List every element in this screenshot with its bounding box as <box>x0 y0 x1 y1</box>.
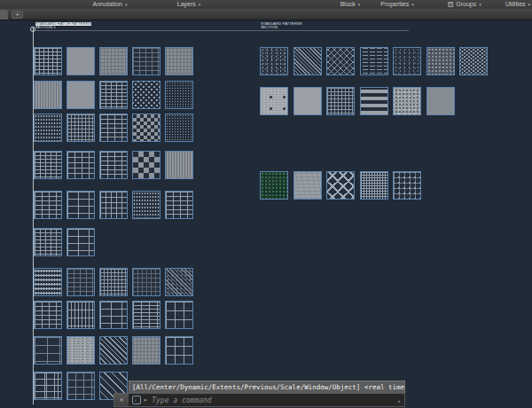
hatch-swatch-speckle-gray[interactable] <box>426 47 455 75</box>
hatch-swatch-diag-fine-dense[interactable] <box>293 47 322 75</box>
hatch-swatch-brick-dark[interactable] <box>66 268 95 296</box>
close-icon[interactable]: ✕ <box>114 394 129 406</box>
hatch-swatch-zigzag[interactable] <box>326 171 355 200</box>
right-title-line2: SECTION <box>261 26 302 29</box>
hatch-swatch-grid-fine[interactable] <box>326 87 355 115</box>
hatch-swatch-solid-gray[interactable] <box>66 47 95 75</box>
hatch-swatch-dashes-h[interactable] <box>360 47 388 75</box>
hatch-swatch-grid-brick[interactable] <box>99 191 128 219</box>
hatch-swatch-noise-gray[interactable] <box>66 336 95 365</box>
hatch-swatch-granite-light[interactable] <box>393 87 421 115</box>
ribbon-panel-label: Layers <box>177 0 196 9</box>
hatch-swatch-honeycomb[interactable] <box>459 47 488 75</box>
hatch-swatch-smooth-gray[interactable] <box>426 87 455 115</box>
hatch-swatch-solid-light[interactable] <box>293 87 322 115</box>
hatch-swatch-dots-checker[interactable] <box>132 81 160 109</box>
left-title-line2: SECTION 1 <box>35 26 91 29</box>
hatch-swatch-stone[interactable] <box>34 372 62 400</box>
ribbon-panel-annotation[interactable]: Annotation ▾ <box>93 0 128 9</box>
ribbon-panel-properties[interactable]: Properties ▾ <box>380 0 413 9</box>
hatch-swatch-brick-small[interactable] <box>165 191 193 219</box>
hatch-swatch-plaster-dots[interactable] <box>260 87 288 115</box>
chevron-down-icon: ▾ <box>411 0 414 9</box>
hatch-swatch-grid-big[interactable] <box>165 301 193 329</box>
hatch-swatch-grid-dense[interactable] <box>360 171 388 200</box>
hatch-swatch-grid-blocks[interactable] <box>66 151 95 179</box>
file-tab-bar: + <box>0 9 532 20</box>
hatch-swatch-brick-big[interactable] <box>66 228 95 256</box>
command-input[interactable] <box>150 394 394 406</box>
ribbon-panel-groups[interactable]: Groups ▾ <box>448 0 481 9</box>
hatch-swatch-grid-big[interactable] <box>165 336 193 365</box>
hatch-swatch-grid-blocks-dark[interactable] <box>66 372 95 400</box>
ribbon-panel-utilities[interactable]: Utilities ▾ <box>505 0 530 9</box>
right-drawing-title: STANDARD PATTERNS SECTION <box>261 22 302 29</box>
hatch-swatch-grid-dark[interactable] <box>132 268 160 296</box>
hatch-swatch-waves-gray[interactable] <box>293 171 322 200</box>
recent-commands-icon[interactable]: ▴ <box>394 394 404 406</box>
chevron-down-icon: ▾ <box>199 0 201 9</box>
hatch-swatch-brick-dark[interactable] <box>132 47 160 75</box>
ribbon-panel-label: Utilities <box>505 0 526 9</box>
hatch-swatch-grid-fine[interactable] <box>99 268 128 296</box>
hatch-swatch-grid-fine[interactable] <box>66 114 95 142</box>
hatch-swatch-dots-rows[interactable] <box>34 268 62 296</box>
hatch-swatch-brick-small[interactable] <box>99 114 128 142</box>
hatch-swatch-brick-small[interactable] <box>99 151 128 179</box>
hatch-swatch-blocks-big[interactable] <box>132 151 160 179</box>
hatch-swatch-speckle-diag[interactable] <box>165 268 193 296</box>
hatch-swatch-brick-small[interactable] <box>34 301 62 329</box>
hatch-swatch-dots-fine[interactable] <box>165 114 193 142</box>
hatch-swatch-solid-gray[interactable] <box>66 81 95 109</box>
ribbon-panel-label: Block <box>340 0 356 9</box>
hatch-swatch-stripes-thick[interactable] <box>360 87 388 115</box>
left-drawing-title: STANDARD HATCH PATTERNS SECTION 1 <box>35 22 91 29</box>
hatch-swatch-brick-big[interactable] <box>66 191 95 219</box>
application-window: Annotation ▾ Layers ▾ Block ▾ Properties… <box>0 0 532 408</box>
hatch-swatch-brick-small[interactable] <box>34 191 62 219</box>
hatch-swatch-brick-big[interactable] <box>99 301 128 329</box>
hatch-swatch-dots-fine[interactable] <box>165 81 193 109</box>
commandline-icon: ›_ <box>132 396 141 404</box>
hatch-swatch-grid-fine-light[interactable] <box>99 47 128 75</box>
chevron-down-icon: ▾ <box>528 0 531 9</box>
command-input-row: ✕ ›_ ▸ ▴ <box>113 393 405 407</box>
drawing-tab[interactable] <box>0 10 8 20</box>
ribbon-panel-label: Properties <box>380 0 409 9</box>
hatch-swatch-brick-dense[interactable] <box>34 47 62 75</box>
chevron-down-icon: ▾ <box>125 0 128 9</box>
hatch-swatch-speckle-darker[interactable] <box>393 47 421 75</box>
hatch-swatch-blocks-checker[interactable] <box>132 114 160 142</box>
hatch-swatch-grid-fine-light[interactable] <box>132 336 160 365</box>
hatch-swatch-speckle-dark[interactable] <box>260 47 288 75</box>
hatch-swatch-brick-big-dark[interactable] <box>34 336 62 365</box>
hatch-swatch-speckle-green[interactable] <box>260 171 288 200</box>
groups-icon <box>448 2 453 7</box>
chevron-down-icon: ▾ <box>358 0 361 9</box>
hatch-swatch-vlines-light[interactable] <box>165 151 193 179</box>
hatch-swatch-brick-fine[interactable] <box>34 151 62 179</box>
new-tab-button[interactable]: + <box>12 11 23 19</box>
title-underline[interactable] <box>34 30 409 31</box>
hatch-swatch-dots-dense[interactable] <box>132 191 160 219</box>
hatch-swatch-brick-fine[interactable] <box>99 81 128 109</box>
ribbon-panel-layers[interactable]: Layers ▾ <box>177 0 201 9</box>
command-history-line: [All/Center/Dynamic/Extents/Previous/Sca… <box>129 381 405 393</box>
ribbon-panel-block[interactable]: Block ▾ <box>340 0 361 9</box>
ribbon-panel-label: Groups <box>456 0 476 9</box>
hatch-swatch-basketweave[interactable] <box>326 47 355 75</box>
ribbon-panel-label: Annotation <box>93 0 122 9</box>
hatch-swatch-hlines-brick[interactable] <box>132 301 160 329</box>
hatch-swatch-dots-dense[interactable] <box>34 114 62 142</box>
hatch-swatch-diag-fine[interactable] <box>99 336 128 365</box>
hatch-swatch-brick-fine[interactable] <box>34 228 62 256</box>
hatch-swatch-grid-fine-light[interactable] <box>165 47 193 75</box>
chevron-down-icon: ▾ <box>479 0 481 9</box>
hatch-swatch-vlines-brick[interactable] <box>66 301 95 329</box>
hatch-swatch-vlines-light[interactable] <box>34 81 62 109</box>
prompt-caret-icon: ▸ <box>144 394 147 406</box>
hatch-swatch-woven[interactable] <box>393 171 421 200</box>
command-window: [All/Center/Dynamic/Extents/Previous/Sca… <box>113 381 405 407</box>
